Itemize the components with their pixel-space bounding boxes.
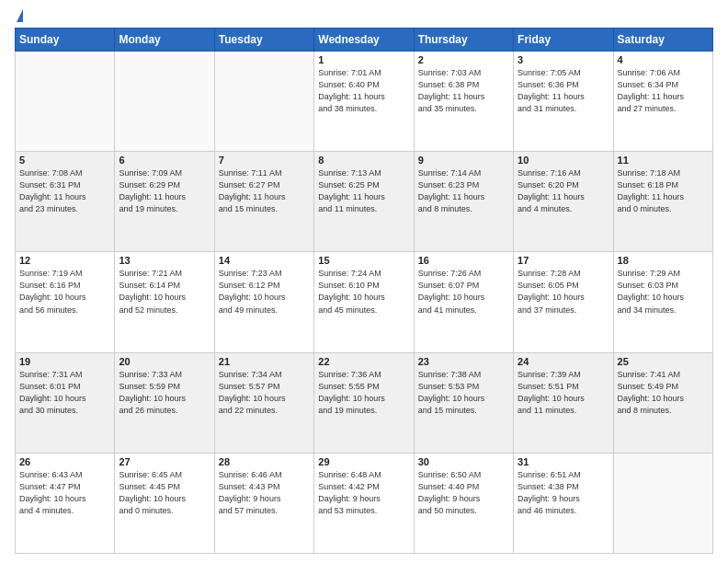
day-number: 13 [119,255,210,266]
day-number: 28 [219,456,310,467]
day-number: 11 [618,155,709,166]
day-info: Sunrise: 7:38 AMSunset: 5:53 PMDaylight:… [418,369,509,417]
calendar-cell: 7Sunrise: 7:11 AMSunset: 6:27 PMDaylight… [214,152,313,252]
calendar-cell: 26Sunrise: 6:43 AMSunset: 4:47 PMDayligh… [16,453,115,553]
calendar-cell: 15Sunrise: 7:24 AMSunset: 6:10 PMDayligh… [314,252,414,352]
day-number: 16 [418,255,509,266]
calendar-cell: 9Sunrise: 7:14 AMSunset: 6:23 PMDaylight… [414,152,513,252]
day-info: Sunrise: 7:28 AMSunset: 6:05 PMDaylight:… [518,268,609,316]
calendar-cell: 21Sunrise: 7:34 AMSunset: 5:57 PMDayligh… [214,352,313,453]
day-info: Sunrise: 7:18 AMSunset: 6:18 PMDaylight:… [618,167,709,215]
day-info: Sunrise: 6:43 AMSunset: 4:47 PMDaylight:… [19,469,110,517]
day-number: 8 [318,155,409,166]
day-info: Sunrise: 7:11 AMSunset: 6:27 PMDaylight:… [219,167,310,215]
calendar-cell: 28Sunrise: 6:46 AMSunset: 4:43 PMDayligh… [214,453,313,553]
day-info: Sunrise: 7:08 AMSunset: 6:31 PMDaylight:… [19,167,110,215]
day-info: Sunrise: 6:46 AMSunset: 4:43 PMDaylight:… [219,469,310,517]
calendar-header-tuesday: Tuesday [214,29,313,52]
calendar-cell: 18Sunrise: 7:29 AMSunset: 6:03 PMDayligh… [613,252,712,352]
day-info: Sunrise: 6:45 AMSunset: 4:45 PMDaylight:… [119,469,210,517]
day-info: Sunrise: 7:34 AMSunset: 5:57 PMDaylight:… [219,369,310,417]
day-info: Sunrise: 7:09 AMSunset: 6:29 PMDaylight:… [119,167,210,215]
day-number: 14 [219,255,310,266]
calendar-header-saturday: Saturday [613,29,712,52]
calendar-week-row: 12Sunrise: 7:19 AMSunset: 6:16 PMDayligh… [16,252,713,352]
logo [15,11,23,22]
day-number: 10 [518,155,609,166]
calendar-cell: 6Sunrise: 7:09 AMSunset: 6:29 PMDaylight… [115,152,214,252]
day-info: Sunrise: 7:13 AMSunset: 6:25 PMDaylight:… [318,167,409,215]
calendar-cell: 31Sunrise: 6:51 AMSunset: 4:38 PMDayligh… [514,453,613,553]
calendar-cell: 24Sunrise: 7:39 AMSunset: 5:51 PMDayligh… [514,352,613,453]
calendar-week-row: 5Sunrise: 7:08 AMSunset: 6:31 PMDaylight… [16,152,713,252]
calendar-cell: 13Sunrise: 7:21 AMSunset: 6:14 PMDayligh… [115,252,214,352]
calendar-cell: 20Sunrise: 7:33 AMSunset: 5:59 PMDayligh… [115,352,214,453]
day-number: 1 [318,54,409,65]
calendar-cell [16,52,115,152]
day-info: Sunrise: 7:16 AMSunset: 6:20 PMDaylight:… [518,167,609,215]
day-info: Sunrise: 7:36 AMSunset: 5:55 PMDaylight:… [318,369,409,417]
calendar-cell [613,453,712,553]
day-info: Sunrise: 7:03 AMSunset: 6:38 PMDaylight:… [418,67,509,115]
calendar-cell: 29Sunrise: 6:48 AMSunset: 4:42 PMDayligh… [314,453,414,553]
day-info: Sunrise: 6:50 AMSunset: 4:40 PMDaylight:… [418,469,509,517]
day-number: 12 [19,255,110,266]
day-info: Sunrise: 7:01 AMSunset: 6:40 PMDaylight:… [318,67,409,115]
calendar-cell: 27Sunrise: 6:45 AMSunset: 4:45 PMDayligh… [115,453,214,553]
day-info: Sunrise: 7:14 AMSunset: 6:23 PMDaylight:… [418,167,509,215]
calendar-cell: 14Sunrise: 7:23 AMSunset: 6:12 PMDayligh… [214,252,313,352]
day-number: 27 [119,456,210,467]
header [15,11,713,22]
day-info: Sunrise: 7:33 AMSunset: 5:59 PMDaylight:… [119,369,210,417]
calendar-cell: 3Sunrise: 7:05 AMSunset: 6:36 PMDaylight… [514,52,613,152]
calendar-cell: 1Sunrise: 7:01 AMSunset: 6:40 PMDaylight… [314,52,414,152]
calendar-cell: 10Sunrise: 7:16 AMSunset: 6:20 PMDayligh… [514,152,613,252]
calendar-cell: 30Sunrise: 6:50 AMSunset: 4:40 PMDayligh… [414,453,513,553]
day-info: Sunrise: 7:41 AMSunset: 5:49 PMDaylight:… [618,369,709,417]
day-number: 30 [418,456,509,467]
day-number: 15 [318,255,409,266]
calendar-cell: 16Sunrise: 7:26 AMSunset: 6:07 PMDayligh… [414,252,513,352]
calendar-table: SundayMondayTuesdayWednesdayThursdayFrid… [15,28,713,554]
day-number: 6 [119,155,210,166]
day-info: Sunrise: 7:29 AMSunset: 6:03 PMDaylight:… [618,268,709,316]
day-number: 3 [518,54,609,65]
day-number: 19 [19,356,110,367]
day-info: Sunrise: 7:39 AMSunset: 5:51 PMDaylight:… [518,369,609,417]
calendar-header-wednesday: Wednesday [314,29,414,52]
calendar-cell [214,52,313,152]
day-number: 29 [318,456,409,467]
calendar-week-row: 26Sunrise: 6:43 AMSunset: 4:47 PMDayligh… [16,453,713,553]
calendar-cell: 19Sunrise: 7:31 AMSunset: 6:01 PMDayligh… [16,352,115,453]
day-info: Sunrise: 7:24 AMSunset: 6:10 PMDaylight:… [318,268,409,316]
day-info: Sunrise: 7:31 AMSunset: 6:01 PMDaylight:… [19,369,110,417]
day-number: 18 [618,255,709,266]
day-number: 31 [518,456,609,467]
calendar-cell: 11Sunrise: 7:18 AMSunset: 6:18 PMDayligh… [613,152,712,252]
day-info: Sunrise: 6:48 AMSunset: 4:42 PMDaylight:… [318,469,409,517]
calendar-cell: 17Sunrise: 7:28 AMSunset: 6:05 PMDayligh… [514,252,613,352]
calendar-header-friday: Friday [514,29,613,52]
day-number: 23 [418,356,509,367]
calendar-cell: 8Sunrise: 7:13 AMSunset: 6:25 PMDaylight… [314,152,414,252]
day-number: 7 [219,155,310,166]
calendar-header-sunday: Sunday [16,29,115,52]
calendar-week-row: 1Sunrise: 7:01 AMSunset: 6:40 PMDaylight… [16,52,713,152]
day-info: Sunrise: 7:23 AMSunset: 6:12 PMDaylight:… [219,268,310,316]
day-number: 2 [418,54,509,65]
day-number: 24 [518,356,609,367]
calendar-cell: 12Sunrise: 7:19 AMSunset: 6:16 PMDayligh… [16,252,115,352]
calendar-cell [115,52,214,152]
day-number: 5 [19,155,110,166]
calendar-week-row: 19Sunrise: 7:31 AMSunset: 6:01 PMDayligh… [16,352,713,453]
day-number: 4 [618,54,709,65]
day-number: 26 [19,456,110,467]
calendar-cell: 5Sunrise: 7:08 AMSunset: 6:31 PMDaylight… [16,152,115,252]
day-info: Sunrise: 7:19 AMSunset: 6:16 PMDaylight:… [19,268,110,316]
calendar-cell: 4Sunrise: 7:06 AMSunset: 6:34 PMDaylight… [613,52,712,152]
day-number: 22 [318,356,409,367]
calendar-header-thursday: Thursday [414,29,513,52]
calendar-cell: 2Sunrise: 7:03 AMSunset: 6:38 PMDaylight… [414,52,513,152]
day-info: Sunrise: 7:06 AMSunset: 6:34 PMDaylight:… [618,67,709,115]
day-info: Sunrise: 7:05 AMSunset: 6:36 PMDaylight:… [518,67,609,115]
